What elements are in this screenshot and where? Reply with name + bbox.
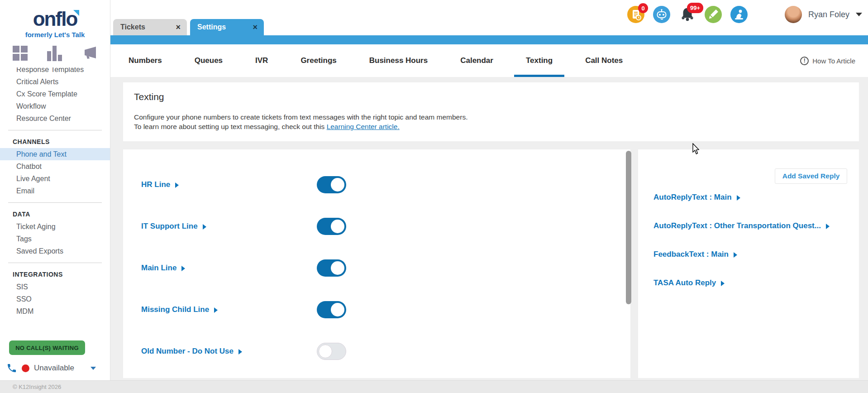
sidebar-item-workflow[interactable]: Workflow bbox=[0, 100, 110, 112]
phone-line-link[interactable]: HR Line bbox=[141, 180, 179, 189]
tab-queues[interactable]: Queues bbox=[195, 44, 223, 77]
saved-reply-label: AutoReplyText : Main bbox=[653, 193, 732, 202]
section-header-data: DATA bbox=[0, 208, 110, 220]
phone-line-name: Old Number - Do Not Use bbox=[141, 347, 234, 356]
saved-reply-label: FeedbackText : Main bbox=[653, 250, 729, 259]
caret-right-icon bbox=[826, 224, 830, 229]
section-header-channels: CHANNELS bbox=[0, 136, 110, 148]
chevron-down-icon bbox=[856, 13, 862, 16]
tab-call-notes[interactable]: Call Notes bbox=[585, 44, 623, 77]
sidebar-item-mdm[interactable]: MDM bbox=[0, 305, 110, 317]
sidebar-menu: Response Templates Critical Alerts Cx Sc… bbox=[0, 67, 110, 317]
learning-center-link[interactable]: Learning Center article. bbox=[327, 123, 400, 130]
sidebar-item-phone-and-text[interactable]: Phone and Text bbox=[0, 148, 110, 160]
phone-line-row: HR Line bbox=[141, 176, 346, 193]
window-tab-settings[interactable]: Settings × bbox=[190, 19, 264, 35]
phone-line-row: Old Number - Do Not Use bbox=[141, 343, 346, 360]
tab-texting[interactable]: Texting bbox=[526, 44, 553, 77]
phone-line-toggle[interactable] bbox=[317, 218, 346, 235]
window-tab-tickets[interactable]: Tickets × bbox=[113, 19, 187, 35]
logo-text: onflo bbox=[33, 9, 77, 29]
phone-line-row: IT Support Line bbox=[141, 218, 346, 235]
sidebar-item-critical-alerts[interactable]: Critical Alerts bbox=[0, 76, 110, 88]
phone-line-link[interactable]: Missing Child Line bbox=[141, 305, 218, 314]
caret-right-icon bbox=[203, 224, 206, 230]
sidebar-item-response-templates[interactable]: Response Templates bbox=[0, 67, 110, 76]
bar-chart-icon[interactable] bbox=[47, 46, 62, 61]
brand-logo[interactable]: onflo formerly Let's Talk bbox=[0, 9, 110, 38]
notifications-icon[interactable]: 99+ bbox=[679, 6, 696, 23]
tab-numbers[interactable]: Numbers bbox=[129, 44, 162, 77]
tab-calendar[interactable]: Calendar bbox=[460, 44, 493, 77]
phone-icon bbox=[6, 363, 17, 374]
close-icon[interactable]: × bbox=[176, 23, 181, 31]
availability-row[interactable]: Unavailable bbox=[6, 361, 101, 375]
avatar bbox=[785, 6, 802, 23]
status-dot bbox=[22, 364, 29, 372]
saved-replies-panel: Add Saved Reply AutoReplyText : Main Aut… bbox=[638, 149, 859, 378]
sidebar-item-saved-exports[interactable]: Saved Exports bbox=[0, 245, 110, 257]
phone-line-toggle[interactable] bbox=[317, 301, 346, 318]
megaphone-icon[interactable] bbox=[81, 46, 97, 61]
person-reading-icon bbox=[730, 6, 748, 23]
phone-line-row: Missing Child Line bbox=[141, 301, 346, 318]
sidebar-item-sis[interactable]: SIS bbox=[0, 281, 110, 293]
copyright-text: © K12Insight 2026 bbox=[13, 383, 61, 390]
sidebar-item-tags[interactable]: Tags bbox=[0, 233, 110, 245]
how-to-article-link[interactable]: ! How To Article bbox=[800, 57, 855, 65]
learning-center-icon[interactable] bbox=[730, 6, 748, 23]
no-calls-waiting-badge: NO CALL(S) WAITING bbox=[9, 340, 85, 355]
availability-label: Unavailable bbox=[34, 364, 74, 373]
page-title: Texting bbox=[134, 91, 848, 102]
section-header-integrations: INTEGRATIONS bbox=[0, 268, 110, 281]
sidebar-item-cx-score-template[interactable]: Cx Score Template bbox=[0, 88, 110, 100]
saved-reply-label: AutoReplyText : Other Transportation Que… bbox=[653, 221, 821, 230]
saved-reply-item[interactable]: FeedbackText : Main bbox=[653, 250, 859, 259]
chatbot-icon[interactable] bbox=[653, 6, 670, 23]
surveys-badge: 0 bbox=[638, 3, 648, 13]
caret-right-icon bbox=[175, 182, 179, 188]
settings-nav: Numbers Queues IVR Greetings Business Ho… bbox=[110, 44, 868, 77]
saved-reply-item[interactable]: AutoReplyText : Other Transportation Que… bbox=[653, 221, 859, 230]
saved-reply-item[interactable]: TASA Auto Reply bbox=[653, 278, 859, 288]
divider bbox=[8, 263, 102, 263]
sidebar-item-chatbot[interactable]: Chatbot bbox=[0, 160, 110, 173]
phone-line-toggle[interactable] bbox=[317, 259, 346, 277]
phone-line-name: Missing Child Line bbox=[141, 305, 209, 314]
user-name: Ryan Foley bbox=[808, 10, 849, 19]
sidebar-item-resource-center[interactable]: Resource Center bbox=[0, 112, 110, 125]
phone-line-toggle[interactable] bbox=[317, 343, 346, 360]
texting-intro-card: Texting Configure your phone numbers to … bbox=[123, 82, 859, 141]
sidebar-item-email[interactable]: Email bbox=[0, 185, 110, 197]
brand-tagline: formerly Let's Talk bbox=[0, 31, 110, 38]
caret-right-icon bbox=[238, 349, 242, 355]
sidebar: onflo formerly Let's Talk Response Templ… bbox=[0, 0, 110, 380]
phone-line-link[interactable]: IT Support Line bbox=[141, 222, 206, 231]
caret-right-icon bbox=[181, 266, 185, 271]
close-icon[interactable]: × bbox=[253, 23, 258, 31]
sidebar-item-ticket-aging[interactable]: Ticket Aging bbox=[0, 220, 110, 233]
sidebar-item-sso[interactable]: SSO bbox=[0, 293, 110, 305]
caret-right-icon bbox=[214, 307, 218, 313]
tab-strip bbox=[110, 35, 868, 44]
surveys-icon[interactable]: 0 bbox=[627, 6, 644, 23]
scrollbar-thumb[interactable] bbox=[626, 151, 631, 304]
tab-ivr[interactable]: IVR bbox=[255, 44, 268, 77]
phone-line-link[interactable]: Old Number - Do Not Use bbox=[141, 347, 242, 356]
tab-label: Settings bbox=[197, 23, 226, 31]
header-icon-row: 0 99+ bbox=[627, 6, 748, 23]
tab-greetings[interactable]: Greetings bbox=[300, 44, 336, 77]
add-saved-reply-button[interactable]: Add Saved Reply bbox=[775, 168, 847, 184]
sidebar-item-live-agent[interactable]: Live Agent bbox=[0, 173, 110, 185]
phone-line-toggle[interactable] bbox=[317, 176, 346, 193]
how-to-article-label: How To Article bbox=[812, 57, 855, 65]
caret-down-icon[interactable] bbox=[91, 367, 96, 370]
saved-reply-item[interactable]: AutoReplyText : Main bbox=[653, 193, 859, 202]
compose-icon[interactable] bbox=[705, 6, 722, 23]
tab-business-hours[interactable]: Business Hours bbox=[369, 44, 428, 77]
user-menu[interactable]: Ryan Foley bbox=[785, 6, 862, 23]
divider bbox=[8, 202, 102, 203]
dashboard-grid-icon[interactable] bbox=[13, 46, 28, 61]
page-description: Configure your phone numbers to create t… bbox=[134, 112, 848, 131]
phone-line-link[interactable]: Main Line bbox=[141, 264, 185, 273]
